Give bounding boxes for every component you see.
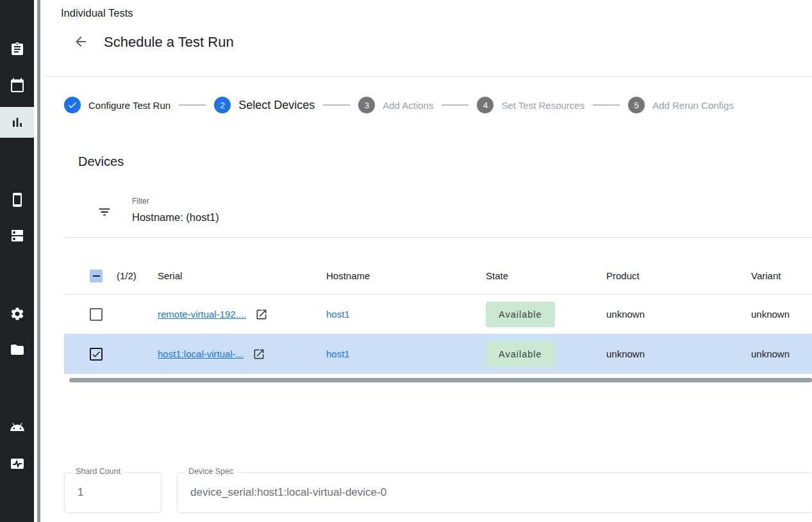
shard-count-label: Shard Count bbox=[72, 467, 124, 476]
sidebar-item-plans[interactable] bbox=[0, 70, 34, 101]
table-header-row: (1/2) Serial Hostname State Product Vari… bbox=[64, 257, 812, 295]
main-content: Individual Tests Schedule a Test Run Con… bbox=[40, 0, 812, 522]
app-root: Individual Tests Schedule a Test Run Con… bbox=[0, 0, 812, 522]
step-1-indicator bbox=[64, 97, 81, 113]
selection-count: (1/2) bbox=[117, 270, 158, 281]
device-row[interactable]: remote-virtual-192.... host1 Available u… bbox=[64, 295, 812, 334]
device-product: unknown bbox=[606, 348, 751, 359]
device-spec-input[interactable] bbox=[178, 473, 812, 512]
clipboard-icon bbox=[10, 42, 25, 57]
filter-list-icon bbox=[97, 205, 112, 219]
sidebar-item-file-browser[interactable] bbox=[0, 334, 34, 365]
filter-underline bbox=[64, 237, 812, 238]
stepper-connector bbox=[323, 104, 350, 106]
stepper-connector bbox=[442, 104, 468, 106]
filter-button[interactable] bbox=[97, 205, 112, 222]
check-icon bbox=[67, 100, 78, 110]
step-3-label: Add Actions bbox=[383, 100, 433, 111]
sidebar-item-settings[interactable] bbox=[0, 298, 34, 329]
smartphone-icon bbox=[10, 192, 25, 208]
stepper-step-set-test-resources[interactable]: 4 Set Test Resources bbox=[477, 97, 584, 113]
page-heading: Schedule a Test Run bbox=[104, 34, 234, 51]
arrow-back-icon bbox=[73, 34, 88, 49]
stepper-connector bbox=[593, 104, 620, 106]
column-header-product: Product bbox=[606, 270, 751, 281]
select-all-checkbox[interactable] bbox=[90, 270, 103, 282]
stepper-step-configure-test-run[interactable]: Configure Test Run bbox=[64, 97, 170, 113]
sidebar-item-test-runs[interactable] bbox=[0, 107, 34, 138]
stepper-connector bbox=[179, 104, 206, 106]
vertical-scrollbar[interactable] bbox=[37, 0, 40, 522]
step-4-label: Set Test Resources bbox=[501, 100, 584, 111]
device-spec-field: Device Spec bbox=[177, 472, 812, 513]
step-4-indicator: 4 bbox=[477, 97, 493, 113]
column-header-state: State bbox=[486, 270, 606, 281]
stepper-step-add-actions[interactable]: 3 Add Actions bbox=[358, 97, 433, 113]
stepper: Configure Test Run 2 Select Devices 3 Ad… bbox=[64, 89, 812, 121]
devices-table: (1/2) Serial Hostname State Product Vari… bbox=[64, 257, 812, 374]
filter-input[interactable]: Hostname: (host1) bbox=[132, 211, 219, 224]
bar-chart-icon bbox=[10, 115, 25, 130]
header-divider bbox=[45, 76, 812, 77]
section-title: Individual Tests bbox=[61, 7, 133, 19]
state-badge: Available bbox=[486, 302, 555, 327]
sidebar-item-tests[interactable] bbox=[0, 34, 34, 65]
device-serial-link[interactable]: remote-virtual-192.... bbox=[158, 309, 246, 320]
open-in-new-icon[interactable] bbox=[255, 308, 268, 321]
filter-field-label: Filter bbox=[132, 197, 149, 206]
check-icon bbox=[91, 349, 101, 359]
device-variant: unknown bbox=[751, 309, 812, 320]
sidebar-item-android[interactable] bbox=[0, 412, 34, 443]
sidebar-item-devices[interactable] bbox=[0, 184, 34, 215]
back-button[interactable] bbox=[72, 33, 89, 50]
column-header-variant: Variant bbox=[751, 270, 812, 281]
indeterminate-dash bbox=[93, 275, 100, 277]
step-3-indicator: 3 bbox=[358, 97, 375, 113]
step-1-label: Configure Test Run bbox=[88, 100, 170, 111]
step-5-indicator: 5 bbox=[628, 97, 645, 113]
folder-icon bbox=[10, 342, 25, 357]
step-2-indicator: 2 bbox=[214, 97, 231, 113]
dns-icon bbox=[10, 228, 25, 243]
column-header-serial: Serial bbox=[158, 270, 326, 281]
table-horizontal-scrollbar[interactable] bbox=[69, 378, 812, 382]
monitor-icon bbox=[10, 456, 25, 471]
state-badge: Available bbox=[486, 341, 555, 367]
shard-count-field: Shard Count bbox=[64, 472, 162, 513]
sidebar-item-hosts[interactable] bbox=[0, 220, 34, 251]
device-product: unknown bbox=[606, 309, 751, 320]
sidebar bbox=[0, 0, 34, 522]
shard-count-input[interactable] bbox=[65, 473, 161, 512]
device-hostname-link[interactable]: host1 bbox=[326, 309, 350, 320]
step-2-label: Select Devices bbox=[238, 99, 315, 112]
device-variant: unknown bbox=[751, 348, 812, 359]
device-serial-link[interactable]: host1:local-virtual-... bbox=[158, 348, 244, 359]
device-spec-label: Device Spec bbox=[185, 467, 236, 476]
step-5-label: Add Rerun Configs bbox=[652, 100, 734, 111]
column-header-hostname: Hostname bbox=[326, 270, 486, 281]
stepper-step-select-devices[interactable]: 2 Select Devices bbox=[214, 97, 315, 113]
row-checkbox[interactable] bbox=[90, 308, 103, 321]
open-in-new-icon[interactable] bbox=[253, 348, 265, 361]
row-checkbox-checked[interactable] bbox=[90, 348, 103, 361]
stepper-step-add-rerun-configs[interactable]: 5 Add Rerun Configs bbox=[628, 97, 734, 113]
android-icon bbox=[10, 420, 25, 435]
sidebar-item-monitoring[interactable] bbox=[0, 448, 34, 479]
calendar-icon bbox=[10, 77, 25, 93]
device-row-selected[interactable]: host1:local-virtual-... host1 Available … bbox=[64, 334, 812, 374]
devices-heading: Devices bbox=[78, 154, 124, 169]
device-hostname-link[interactable]: host1 bbox=[326, 348, 350, 359]
gear-icon bbox=[10, 306, 25, 322]
